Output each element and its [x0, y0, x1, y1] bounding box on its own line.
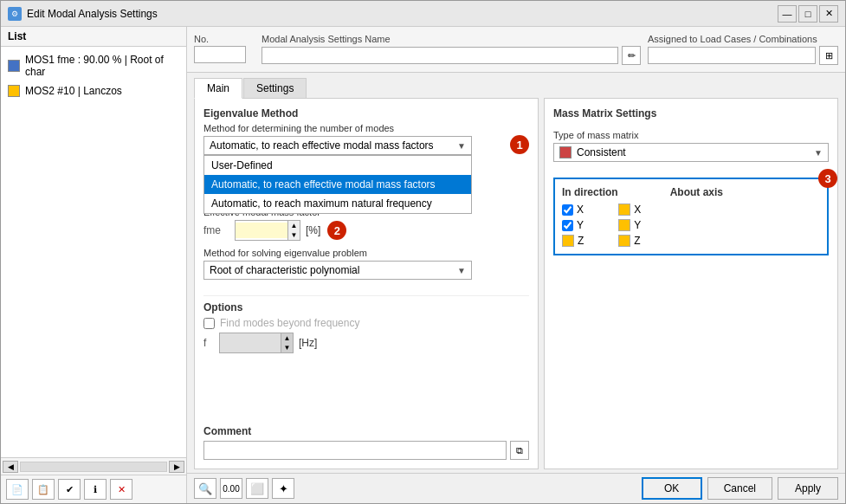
- f-up-button[interactable]: ▲: [281, 333, 293, 343]
- sidebar-items: MOS1 fme : 90.00 % | Root of char MOS2 #…: [1, 47, 186, 255]
- settings-button[interactable]: ✦: [272, 478, 294, 499]
- ok-button[interactable]: OK: [642, 477, 702, 500]
- comment-input[interactable]: [203, 441, 507, 460]
- axis-z-checkbox[interactable]: [618, 235, 630, 247]
- dir-z-label: Z: [578, 235, 584, 247]
- axis-y-label: Y: [634, 219, 641, 231]
- badge-1: 1: [510, 135, 529, 154]
- dir-y-row: Y: [562, 219, 584, 231]
- dropdown-item-effective[interactable]: Automatic, to reach effective modal mass…: [204, 175, 471, 194]
- right-panel: Mass Matrix Settings Type of mass matrix…: [544, 98, 838, 469]
- window-controls: — □ ✕: [778, 5, 838, 23]
- options-section: Options Find modes beyond frequency f ▲: [203, 295, 529, 353]
- delete-button[interactable]: ✕: [110, 479, 132, 500]
- find-modes-label: Find modes beyond frequency: [220, 317, 359, 329]
- mass-type-section: Type of mass matrix Consistent ▼: [553, 130, 829, 162]
- mode-method-menu: User-Defined Automatic, to reach effecti…: [203, 155, 472, 214]
- dir-x-checkbox[interactable]: [562, 204, 573, 216]
- sidebar-item-mos1[interactable]: MOS1 fme : 90.00 % | Root of char: [1, 50, 186, 81]
- no-label: No.: [194, 34, 255, 44]
- scroll-track: [20, 462, 167, 472]
- mode-method-selected: Automatic, to reach effective modal mass…: [210, 139, 457, 152]
- scroll-right-button[interactable]: ▶: [169, 461, 184, 473]
- dropdown-arrow-icon: ▼: [457, 141, 466, 151]
- badge-3: 3: [818, 169, 837, 188]
- scroll-left-button[interactable]: ◀: [3, 461, 18, 473]
- assigned-label: Assigned to Load Cases / Combinations: [648, 34, 838, 44]
- app-icon: ⚙: [8, 7, 22, 21]
- tab-settings[interactable]: Settings: [243, 78, 307, 98]
- axis-y-checkbox[interactable]: [618, 219, 630, 231]
- name-label: Modal Analysis Settings Name: [262, 34, 641, 44]
- fme-label: fme: [203, 224, 229, 236]
- mass-color-icon: [559, 146, 572, 158]
- cancel-button[interactable]: Cancel: [707, 477, 772, 500]
- main-window: ⚙ Edit Modal Analysis Settings — □ ✕ Lis…: [0, 0, 846, 504]
- mass-type-dropdown[interactable]: Consistent ▼: [553, 143, 829, 162]
- about-axis-col: X Y Z: [618, 204, 641, 247]
- info-button[interactable]: ℹ: [84, 479, 107, 500]
- fme-up-button[interactable]: ▲: [287, 221, 300, 230]
- top-section: No. MOS1 Modal Analysis Settings Name fm…: [187, 27, 845, 73]
- axis-x-label: X: [634, 204, 641, 216]
- check-button[interactable]: ✔: [58, 479, 81, 500]
- name-edit-button[interactable]: ✏: [622, 46, 641, 65]
- direction-header: In direction About axis: [562, 186, 820, 198]
- axis-z-row: Z: [618, 235, 641, 247]
- find-modes-row: Find modes beyond frequency: [203, 317, 529, 329]
- mode-method-dropdown-wrapper: Automatic, to reach effective modal mass…: [203, 136, 503, 155]
- zero-button[interactable]: 0.00: [220, 478, 242, 499]
- search-button[interactable]: 🔍: [194, 478, 216, 499]
- fme-spinner: 90.00 ▲ ▼: [235, 220, 300, 241]
- new-button[interactable]: 📄: [6, 479, 29, 500]
- sidebar-item-mos1-label: MOS1 fme : 90.00 % | Root of char: [25, 54, 179, 78]
- eigenvalue-dropdown-arrow-icon: ▼: [457, 266, 466, 275]
- mass-matrix-title: Mass Matrix Settings: [553, 107, 829, 120]
- assigned-input[interactable]: LC 5: [648, 47, 816, 64]
- maximize-button[interactable]: □: [798, 5, 817, 23]
- direction-table: In direction About axis X: [553, 178, 829, 255]
- bottom-bar: 🔍 0.00 ⬜ ✦ OK Cancel Apply: [187, 473, 845, 503]
- find-modes-checkbox[interactable]: [203, 318, 215, 329]
- options-title: Options: [203, 301, 529, 313]
- axis-x-row: X: [618, 204, 641, 216]
- name-field-group: Modal Analysis Settings Name fme : 90.00…: [262, 34, 641, 65]
- eigenvalue-title: Eigenvalue Method: [203, 107, 529, 120]
- f-input-wrapper: ▲ ▼: [219, 333, 294, 353]
- dir-y-checkbox[interactable]: [562, 220, 573, 231]
- close-button[interactable]: ✕: [819, 5, 838, 23]
- eigenvalue-method-dropdown[interactable]: Root of characteristic polynomial ▼: [203, 261, 472, 280]
- comment-title: Comment: [203, 425, 529, 437]
- dir-y-label: Y: [577, 219, 584, 231]
- fme-down-button[interactable]: ▼: [287, 230, 300, 240]
- no-input[interactable]: MOS1: [194, 46, 246, 63]
- name-input[interactable]: fme : 90.00 % | Root of characteristic p…: [262, 47, 618, 64]
- f-down-button[interactable]: ▼: [281, 343, 293, 352]
- no-field-group: No. MOS1: [194, 34, 255, 65]
- sidebar-toolbar: 📄 📋 ✔ ℹ ✕: [1, 475, 186, 503]
- fme-row: fme 90.00 ▲ ▼ [%]: [203, 220, 320, 241]
- copy-button[interactable]: 📋: [32, 479, 55, 500]
- f-input[interactable]: [220, 335, 281, 351]
- panels-wrapper: Eigenvalue Method Method for determining…: [187, 98, 845, 473]
- assigned-edit-button[interactable]: ⊞: [819, 46, 838, 65]
- apply-button[interactable]: Apply: [778, 477, 838, 500]
- about-axis-header: About axis: [670, 186, 723, 198]
- view-button[interactable]: ⬜: [246, 478, 268, 499]
- dir-z-checkbox[interactable]: [562, 235, 574, 247]
- window-title: Edit Modal Analysis Settings: [27, 8, 158, 20]
- in-direction-header: In direction: [562, 186, 618, 198]
- dir-z-row: Z: [562, 235, 584, 247]
- mode-method-dropdown[interactable]: Automatic, to reach effective modal mass…: [203, 136, 472, 155]
- sidebar-item-mos2[interactable]: MOS2 #10 | Lanczos: [1, 81, 186, 100]
- fme-input[interactable]: 90.00: [236, 223, 287, 238]
- axis-x-checkbox[interactable]: [618, 204, 630, 216]
- dropdown-item-userdefined[interactable]: User-Defined: [204, 156, 471, 175]
- minimize-button[interactable]: —: [778, 5, 797, 23]
- comment-copy-button[interactable]: ⧉: [510, 441, 529, 460]
- dialog-buttons: OK Cancel Apply: [642, 477, 838, 500]
- dropdown-item-maxfreq[interactable]: Automatic, to reach maximum natural freq…: [204, 194, 471, 213]
- dir-x-row: X: [562, 204, 584, 216]
- mode-method-label: Method for determining the number of mod…: [203, 123, 503, 133]
- tab-main[interactable]: Main: [194, 78, 242, 99]
